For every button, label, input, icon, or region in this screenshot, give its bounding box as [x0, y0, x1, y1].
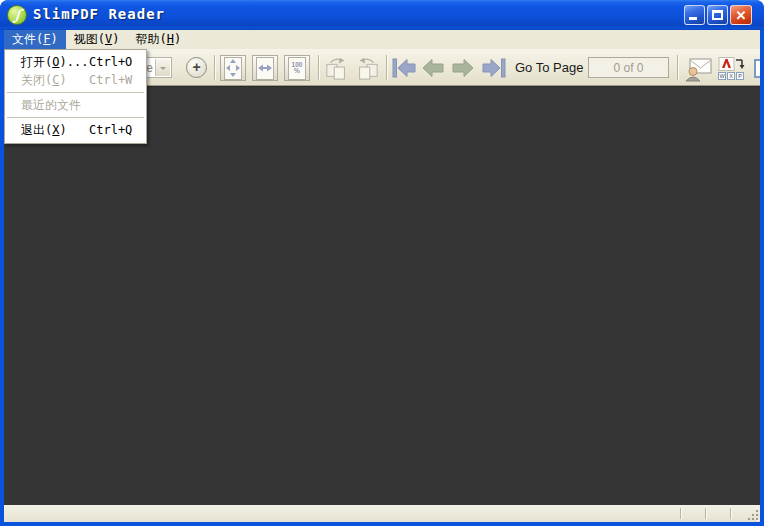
maximize-button[interactable] [707, 5, 728, 25]
maximize-icon [712, 10, 723, 20]
menu-help[interactable]: 帮助(H) [127, 30, 189, 51]
menu-item-exit-shortcut: Ctrl+Q [89, 121, 132, 139]
menu-item-close[interactable]: 关闭(C) Ctrl+W [5, 71, 146, 89]
statusbar-divider [705, 508, 706, 519]
previous-page-icon [420, 57, 446, 79]
page-number-input[interactable] [588, 57, 669, 78]
menu-bar: 文件(F) 视图(V) 帮助(H) [4, 30, 760, 49]
excel-letter: X [727, 72, 735, 80]
app-window: ∫ SlimPDF Reader ✕ 文件(F) 视图(V) 帮助(H) e + [0, 0, 764, 526]
minimize-icon [689, 17, 697, 20]
file-menu-popup: 打开(O)... Ctrl+O 关闭(C) Ctrl+W 最近的文件 退出(X)… [4, 49, 147, 144]
last-page-icon [481, 57, 507, 79]
zoom-100-label-bottom: % [294, 68, 300, 74]
status-bar [4, 505, 760, 522]
menu-file[interactable]: 文件(F) [4, 30, 66, 51]
actual-size-button[interactable]: 100 % [284, 55, 310, 81]
menu-item-open-shortcut: Ctrl+O [89, 53, 132, 71]
word-letter: W [718, 72, 726, 80]
next-page-icon [450, 57, 476, 79]
toolbar-separator [677, 55, 678, 80]
zoom-100-icon: 100 % [288, 57, 306, 80]
app-logo-icon: ∫ [7, 5, 27, 25]
close-button[interactable]: ✕ [730, 5, 752, 25]
menu-item-recent-files[interactable]: 最近的文件 [5, 96, 146, 114]
first-page-icon [391, 57, 417, 79]
toolbar-separator [386, 55, 387, 80]
rotate-clockwise-button[interactable] [324, 55, 350, 81]
menu-view[interactable]: 视图(V) [66, 30, 128, 51]
menu-separator [7, 92, 144, 93]
statusbar-divider [730, 508, 731, 519]
plus-icon: + [187, 59, 206, 75]
next-page-button[interactable] [450, 55, 476, 81]
menu-item-exit[interactable]: 退出(X) Ctrl+Q [5, 121, 146, 139]
previous-page-button[interactable] [420, 55, 446, 81]
fit-width-button[interactable] [252, 55, 278, 81]
zoom-in-button[interactable]: + [186, 57, 207, 78]
menu-item-open-label: 打开(O)... [21, 55, 88, 69]
close-icon: ✕ [736, 8, 747, 23]
email-icon [684, 54, 714, 82]
rotate-counterclockwise-icon [354, 56, 380, 80]
document-viewport[interactable] [4, 86, 760, 505]
window-title: SlimPDF Reader [33, 6, 165, 22]
toolbar-separator [318, 55, 319, 80]
clipped-button-icon [754, 59, 761, 78]
fit-page-button[interactable] [220, 55, 246, 81]
fit-width-icon [256, 57, 274, 80]
rotate-clockwise-icon [324, 56, 350, 80]
minimize-button[interactable] [684, 5, 705, 25]
menu-item-recent-label: 最近的文件 [21, 98, 81, 112]
statusbar-divider [680, 508, 681, 519]
toolbar-separator [214, 55, 215, 80]
resize-grip[interactable] [756, 518, 758, 520]
goto-page-label: Go To Page [515, 60, 583, 75]
email-button[interactable] [684, 54, 714, 82]
rotate-counterclockwise-button[interactable] [354, 55, 380, 81]
pdf-format-letters: W X P [718, 72, 744, 80]
convert-pdf-button[interactable]: W X P [716, 54, 746, 82]
menu-item-open[interactable]: 打开(O)... Ctrl+O [5, 53, 146, 71]
pdf-logo-icon [716, 57, 746, 73]
menu-item-exit-label: 退出(X) [21, 123, 67, 137]
first-page-button[interactable] [390, 55, 417, 81]
combo-dropdown-button[interactable] [155, 59, 170, 76]
title-bar[interactable]: ∫ SlimPDF Reader ✕ [0, 0, 764, 30]
last-page-button[interactable] [480, 55, 507, 81]
menu-item-close-label: 关闭(C) [21, 73, 67, 87]
ppt-letter: P [736, 72, 744, 80]
menu-item-close-shortcut: Ctrl+W [89, 71, 132, 89]
chevron-down-icon [160, 67, 166, 73]
clipped-toolbar-button[interactable] [748, 55, 760, 81]
menu-separator [7, 117, 144, 118]
zoom-level-value: e [146, 61, 153, 75]
fit-page-icon [224, 57, 242, 80]
